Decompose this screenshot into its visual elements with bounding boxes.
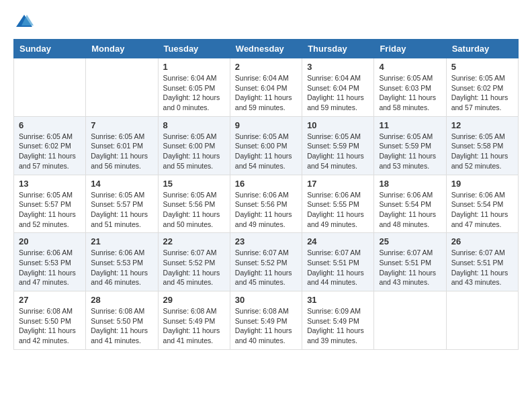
day-number: 12 (451, 120, 513, 130)
calendar-header-row: SundayMondayTuesdayWednesdayThursdayFrid… (14, 40, 519, 58)
day-info: Sunrise: 6:06 AM Sunset: 5:55 PM Dayligh… (307, 190, 369, 230)
day-info: Sunrise: 6:05 AM Sunset: 5:59 PM Dayligh… (307, 132, 369, 171)
day-number: 9 (235, 120, 297, 130)
calendar-cell: 7Sunrise: 6:05 AM Sunset: 6:01 PM Daylig… (86, 116, 158, 175)
calendar-cell (14, 58, 86, 117)
day-info: Sunrise: 6:06 AM Sunset: 5:53 PM Dayligh… (19, 248, 81, 287)
weekday-header: Tuesday (158, 40, 230, 58)
calendar-cell: 23Sunrise: 6:07 AM Sunset: 5:52 PM Dayli… (230, 233, 302, 291)
calendar-cell: 3Sunrise: 6:04 AM Sunset: 6:04 PM Daylig… (302, 58, 374, 117)
day-number: 8 (163, 120, 225, 130)
calendar-cell: 27Sunrise: 6:08 AM Sunset: 5:50 PM Dayli… (14, 291, 86, 350)
day-info: Sunrise: 6:05 AM Sunset: 5:56 PM Dayligh… (163, 190, 225, 230)
day-info: Sunrise: 6:05 AM Sunset: 6:02 PM Dayligh… (451, 73, 513, 113)
day-number: 27 (19, 295, 81, 305)
day-number: 29 (163, 295, 225, 305)
day-number: 3 (307, 62, 369, 72)
calendar-cell: 26Sunrise: 6:07 AM Sunset: 5:51 PM Dayli… (446, 233, 518, 291)
day-info: Sunrise: 6:05 AM Sunset: 6:03 PM Dayligh… (379, 73, 441, 113)
day-info: Sunrise: 6:07 AM Sunset: 5:51 PM Dayligh… (379, 248, 441, 287)
day-info: Sunrise: 6:06 AM Sunset: 5:54 PM Dayligh… (451, 190, 513, 230)
weekday-header: Saturday (446, 40, 518, 58)
day-number: 4 (379, 62, 441, 72)
calendar-cell (86, 58, 158, 117)
day-info: Sunrise: 6:08 AM Sunset: 5:50 PM Dayligh… (91, 306, 152, 346)
calendar-week-row: 20Sunrise: 6:06 AM Sunset: 5:53 PM Dayli… (14, 233, 519, 291)
calendar-cell: 2Sunrise: 6:04 AM Sunset: 6:04 PM Daylig… (230, 58, 302, 117)
calendar-week-row: 13Sunrise: 6:05 AM Sunset: 5:57 PM Dayli… (14, 175, 519, 233)
day-info: Sunrise: 6:06 AM Sunset: 5:56 PM Dayligh… (235, 190, 297, 230)
weekday-header: Sunday (14, 40, 86, 58)
calendar-cell: 19Sunrise: 6:06 AM Sunset: 5:54 PM Dayli… (446, 175, 518, 233)
calendar-week-row: 6Sunrise: 6:05 AM Sunset: 6:02 PM Daylig… (14, 116, 519, 175)
calendar-table: SundayMondayTuesdayWednesdayThursdayFrid… (13, 39, 519, 350)
day-number: 17 (307, 179, 369, 189)
day-info: Sunrise: 6:06 AM Sunset: 5:54 PM Dayligh… (379, 190, 441, 230)
calendar-cell: 1Sunrise: 6:04 AM Sunset: 6:05 PM Daylig… (158, 58, 230, 117)
day-info: Sunrise: 6:07 AM Sunset: 5:52 PM Dayligh… (235, 248, 297, 287)
day-number: 31 (307, 295, 369, 305)
calendar-cell: 21Sunrise: 6:06 AM Sunset: 5:53 PM Dayli… (86, 233, 158, 291)
day-number: 16 (235, 179, 297, 189)
calendar-cell: 6Sunrise: 6:05 AM Sunset: 6:02 PM Daylig… (14, 116, 86, 175)
day-info: Sunrise: 6:05 AM Sunset: 5:59 PM Dayligh… (379, 132, 441, 171)
weekday-header: Wednesday (230, 40, 302, 58)
logo-icon (15, 13, 34, 28)
calendar-cell: 18Sunrise: 6:06 AM Sunset: 5:54 PM Dayli… (374, 175, 446, 233)
day-info: Sunrise: 6:05 AM Sunset: 6:01 PM Dayligh… (91, 132, 152, 171)
calendar-cell: 30Sunrise: 6:08 AM Sunset: 5:49 PM Dayli… (230, 291, 302, 350)
calendar-cell (446, 291, 518, 350)
day-info: Sunrise: 6:04 AM Sunset: 6:04 PM Dayligh… (307, 73, 369, 113)
calendar-cell: 13Sunrise: 6:05 AM Sunset: 5:57 PM Dayli… (14, 175, 86, 233)
day-number: 30 (235, 295, 297, 305)
calendar-cell: 29Sunrise: 6:08 AM Sunset: 5:49 PM Dayli… (158, 291, 230, 350)
calendar-week-row: 1Sunrise: 6:04 AM Sunset: 6:05 PM Daylig… (14, 58, 519, 117)
calendar-week-row: 27Sunrise: 6:08 AM Sunset: 5:50 PM Dayli… (14, 291, 519, 350)
day-info: Sunrise: 6:05 AM Sunset: 6:02 PM Dayligh… (19, 132, 81, 171)
day-number: 14 (91, 179, 152, 189)
day-number: 18 (379, 179, 441, 189)
calendar-cell: 24Sunrise: 6:07 AM Sunset: 5:51 PM Dayli… (302, 233, 374, 291)
calendar-cell: 20Sunrise: 6:06 AM Sunset: 5:53 PM Dayli… (14, 233, 86, 291)
day-number: 5 (451, 62, 513, 72)
calendar-cell: 15Sunrise: 6:05 AM Sunset: 5:56 PM Dayli… (158, 175, 230, 233)
day-number: 25 (379, 236, 441, 246)
calendar-cell: 5Sunrise: 6:05 AM Sunset: 6:02 PM Daylig… (446, 58, 518, 117)
day-number: 26 (451, 236, 513, 246)
day-number: 23 (235, 236, 297, 246)
day-info: Sunrise: 6:08 AM Sunset: 5:49 PM Dayligh… (235, 306, 297, 346)
day-number: 15 (163, 179, 225, 189)
day-number: 11 (379, 120, 441, 130)
day-info: Sunrise: 6:07 AM Sunset: 5:51 PM Dayligh… (307, 248, 369, 287)
page-header (13, 13, 519, 28)
day-info: Sunrise: 6:04 AM Sunset: 6:04 PM Dayligh… (235, 73, 297, 113)
calendar-cell: 9Sunrise: 6:05 AM Sunset: 6:00 PM Daylig… (230, 116, 302, 175)
calendar-cell (374, 291, 446, 350)
day-number: 24 (307, 236, 369, 246)
day-number: 21 (91, 236, 152, 246)
calendar-cell: 16Sunrise: 6:06 AM Sunset: 5:56 PM Dayli… (230, 175, 302, 233)
weekday-header: Monday (86, 40, 158, 58)
calendar-cell: 11Sunrise: 6:05 AM Sunset: 5:59 PM Dayli… (374, 116, 446, 175)
day-info: Sunrise: 6:08 AM Sunset: 5:49 PM Dayligh… (163, 306, 225, 346)
day-info: Sunrise: 6:07 AM Sunset: 5:52 PM Dayligh… (163, 248, 225, 287)
calendar-cell: 28Sunrise: 6:08 AM Sunset: 5:50 PM Dayli… (86, 291, 158, 350)
day-info: Sunrise: 6:07 AM Sunset: 5:51 PM Dayligh… (451, 248, 513, 287)
day-number: 20 (19, 236, 81, 246)
day-number: 10 (307, 120, 369, 130)
calendar-cell: 31Sunrise: 6:09 AM Sunset: 5:49 PM Dayli… (302, 291, 374, 350)
day-info: Sunrise: 6:06 AM Sunset: 5:53 PM Dayligh… (91, 248, 152, 287)
calendar-cell: 17Sunrise: 6:06 AM Sunset: 5:55 PM Dayli… (302, 175, 374, 233)
calendar-cell: 22Sunrise: 6:07 AM Sunset: 5:52 PM Dayli… (158, 233, 230, 291)
day-number: 2 (235, 62, 297, 72)
day-number: 13 (19, 179, 81, 189)
calendar-cell: 25Sunrise: 6:07 AM Sunset: 5:51 PM Dayli… (374, 233, 446, 291)
weekday-header: Thursday (302, 40, 374, 58)
day-number: 28 (91, 295, 152, 305)
calendar-cell: 8Sunrise: 6:05 AM Sunset: 6:00 PM Daylig… (158, 116, 230, 175)
calendar-cell: 14Sunrise: 6:05 AM Sunset: 5:57 PM Dayli… (86, 175, 158, 233)
day-info: Sunrise: 6:08 AM Sunset: 5:50 PM Dayligh… (19, 306, 81, 346)
day-number: 19 (451, 179, 513, 189)
day-number: 22 (163, 236, 225, 246)
day-info: Sunrise: 6:04 AM Sunset: 6:05 PM Dayligh… (163, 73, 225, 113)
